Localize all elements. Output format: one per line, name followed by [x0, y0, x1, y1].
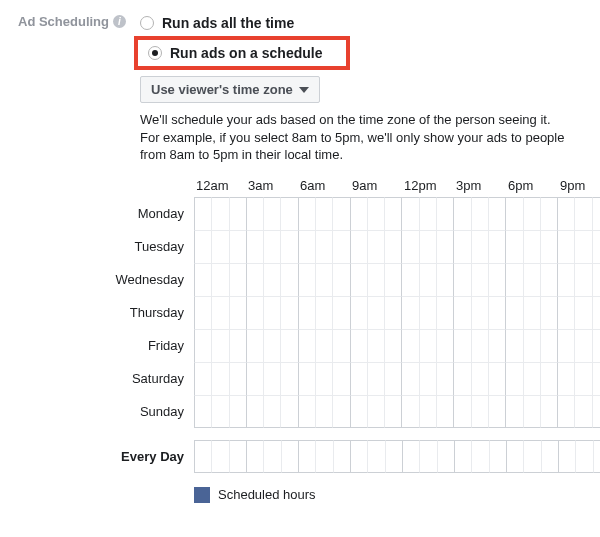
schedule-cell[interactable]	[540, 395, 557, 428]
timezone-select[interactable]: Use viewer's time zone	[140, 76, 320, 103]
info-icon[interactable]: i	[113, 15, 126, 28]
schedule-cell[interactable]	[315, 329, 332, 362]
schedule-cell[interactable]	[263, 230, 280, 263]
schedule-cell[interactable]	[557, 197, 574, 230]
schedule-cell[interactable]	[315, 263, 332, 296]
schedule-cell[interactable]	[574, 329, 591, 362]
schedule-cell[interactable]	[471, 230, 488, 263]
schedule-cell[interactable]	[229, 296, 246, 329]
schedule-cell[interactable]	[194, 263, 211, 296]
schedule-cell[interactable]	[211, 197, 228, 230]
schedule-cell[interactable]	[367, 263, 384, 296]
schedule-cell[interactable]	[436, 263, 453, 296]
schedule-cell[interactable]	[332, 362, 349, 395]
schedule-cell[interactable]	[523, 440, 540, 473]
schedule-cell[interactable]	[298, 197, 315, 230]
schedule-cell[interactable]	[263, 197, 280, 230]
schedule-cell[interactable]	[557, 329, 574, 362]
schedule-cell[interactable]	[471, 395, 488, 428]
schedule-cell[interactable]	[384, 197, 401, 230]
schedule-cell[interactable]	[332, 329, 349, 362]
schedule-cell[interactable]	[540, 329, 557, 362]
schedule-cell[interactable]	[246, 440, 263, 473]
schedule-cell[interactable]	[592, 362, 600, 395]
schedule-cell[interactable]	[350, 197, 367, 230]
schedule-cell[interactable]	[557, 230, 574, 263]
schedule-cell[interactable]	[523, 263, 540, 296]
schedule-cell[interactable]	[315, 395, 332, 428]
schedule-cell[interactable]	[298, 440, 315, 473]
schedule-cell[interactable]	[384, 329, 401, 362]
schedule-cell[interactable]	[246, 296, 263, 329]
schedule-cell[interactable]	[453, 230, 470, 263]
schedule-cell[interactable]	[592, 263, 600, 296]
schedule-cell[interactable]	[315, 230, 332, 263]
schedule-cell[interactable]	[557, 296, 574, 329]
schedule-cell[interactable]	[592, 296, 600, 329]
schedule-cell[interactable]	[350, 263, 367, 296]
radio-all-time[interactable]: Run ads all the time	[134, 12, 600, 34]
schedule-cell[interactable]	[280, 362, 297, 395]
schedule-cell[interactable]	[229, 395, 246, 428]
schedule-cell[interactable]	[505, 395, 522, 428]
schedule-cell[interactable]	[350, 329, 367, 362]
day-cells[interactable]	[194, 197, 600, 230]
schedule-cell[interactable]	[350, 395, 367, 428]
schedule-cell[interactable]	[315, 362, 332, 395]
day-cells[interactable]	[194, 296, 600, 329]
schedule-cell[interactable]	[280, 329, 297, 362]
schedule-cell[interactable]	[488, 395, 505, 428]
schedule-cell[interactable]	[332, 230, 349, 263]
schedule-cell[interactable]	[246, 263, 263, 296]
schedule-cell[interactable]	[298, 296, 315, 329]
schedule-cell[interactable]	[402, 440, 419, 473]
schedule-cell[interactable]	[592, 395, 600, 428]
schedule-cell[interactable]	[419, 329, 436, 362]
schedule-cell[interactable]	[436, 395, 453, 428]
schedule-cell[interactable]	[401, 329, 418, 362]
schedule-cell[interactable]	[350, 296, 367, 329]
schedule-cell[interactable]	[229, 362, 246, 395]
schedule-cell[interactable]	[436, 197, 453, 230]
schedule-cell[interactable]	[298, 395, 315, 428]
schedule-cell[interactable]	[246, 395, 263, 428]
schedule-cell[interactable]	[332, 395, 349, 428]
schedule-cell[interactable]	[489, 440, 506, 473]
schedule-cell[interactable]	[523, 197, 540, 230]
schedule-cell[interactable]	[280, 296, 297, 329]
schedule-cell[interactable]	[505, 263, 522, 296]
schedule-cell[interactable]	[575, 440, 592, 473]
schedule-cell[interactable]	[211, 230, 228, 263]
schedule-cell[interactable]	[384, 362, 401, 395]
schedule-cell[interactable]	[540, 362, 557, 395]
schedule-cell[interactable]	[574, 395, 591, 428]
schedule-cell[interactable]	[523, 329, 540, 362]
schedule-cell[interactable]	[211, 395, 228, 428]
schedule-cell[interactable]	[229, 329, 246, 362]
schedule-cell[interactable]	[401, 230, 418, 263]
schedule-cell[interactable]	[557, 395, 574, 428]
schedule-cell[interactable]	[367, 362, 384, 395]
schedule-cell[interactable]	[454, 440, 471, 473]
schedule-cell[interactable]	[298, 329, 315, 362]
schedule-cell[interactable]	[419, 296, 436, 329]
schedule-cell[interactable]	[453, 263, 470, 296]
schedule-cell[interactable]	[385, 440, 402, 473]
schedule-cell[interactable]	[505, 296, 522, 329]
schedule-cell[interactable]	[523, 362, 540, 395]
schedule-cell[interactable]	[488, 263, 505, 296]
schedule-cell[interactable]	[419, 263, 436, 296]
schedule-cell[interactable]	[592, 230, 600, 263]
schedule-cell[interactable]	[523, 296, 540, 329]
schedule-cell[interactable]	[436, 230, 453, 263]
schedule-cell[interactable]	[263, 263, 280, 296]
schedule-cell[interactable]	[453, 329, 470, 362]
schedule-cell[interactable]	[540, 230, 557, 263]
schedule-cell[interactable]	[574, 263, 591, 296]
schedule-cell[interactable]	[453, 197, 470, 230]
schedule-cell[interactable]	[211, 362, 228, 395]
schedule-cell[interactable]	[332, 296, 349, 329]
day-cells[interactable]	[194, 395, 600, 428]
schedule-cell[interactable]	[471, 329, 488, 362]
schedule-cell[interactable]	[540, 296, 557, 329]
